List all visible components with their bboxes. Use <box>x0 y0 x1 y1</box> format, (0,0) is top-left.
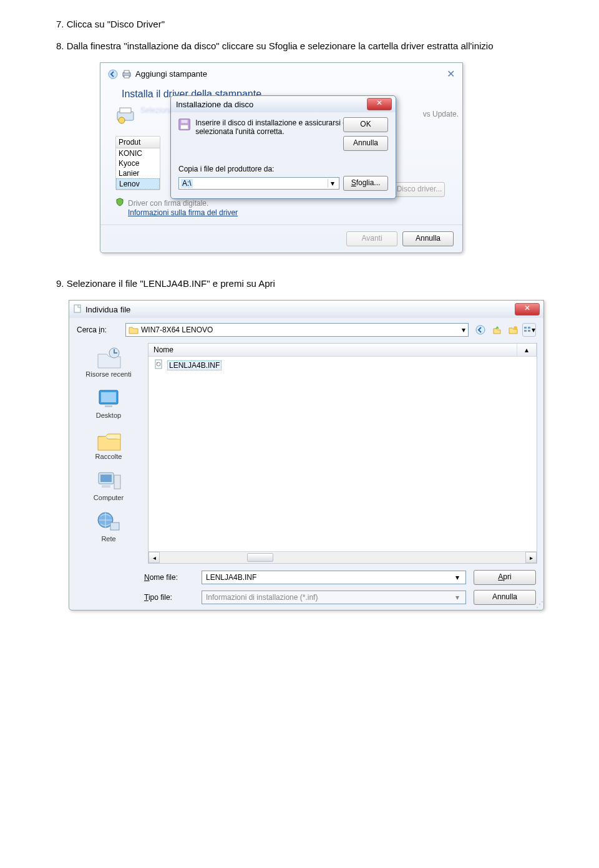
next-button[interactable]: Avanti <box>346 231 397 246</box>
filetype-combo: Informazioni di installazione (*.inf) ▾ <box>202 591 466 604</box>
computer-place[interactable]: Computer <box>72 469 145 501</box>
path-input[interactable]: A:\ ▾ <box>178 177 339 190</box>
libraries-place[interactable]: Raccolte <box>72 428 145 460</box>
svg-rect-3 <box>124 75 129 78</box>
overlay-title: Installazione da disco <box>176 100 253 109</box>
step9-text: 9. Selezionare il file "LENLJA4B.INF" e … <box>56 278 562 289</box>
back-icon[interactable] <box>474 323 487 337</box>
svg-point-11 <box>476 326 485 334</box>
svg-rect-16 <box>528 330 530 332</box>
svg-rect-14 <box>528 327 530 329</box>
up-icon[interactable] <box>490 323 504 337</box>
network-label: Rete <box>101 535 115 542</box>
manufacturer-list[interactable]: Produt KONIC Kyoce Lanier Lenov <box>115 136 160 190</box>
file-browser-dialog: Individua file ✕ Cerca in: Cerca in: WIN… <box>69 300 544 610</box>
list-item[interactable]: Kyoce <box>116 158 160 168</box>
file-name: LENLJA4B.INF <box>167 360 222 370</box>
dropdown-icon: ▾ <box>453 593 462 602</box>
computer-label: Computer <box>94 494 124 501</box>
driver-signing-link[interactable]: Informazioni sulla firma del driver <box>128 208 447 217</box>
svg-rect-15 <box>524 330 527 332</box>
floppy-icon <box>178 118 190 135</box>
folder-name: WIN7-8X64 LENOVO <box>141 326 213 334</box>
desktop-place[interactable]: Desktop <box>72 387 145 419</box>
svg-rect-8 <box>181 120 187 123</box>
svg-rect-5 <box>120 108 131 113</box>
svg-rect-22 <box>100 475 112 482</box>
places-bar: Risorse recenti Desktop Raccolte Compute… <box>69 342 148 565</box>
update-hint: vs Update. <box>423 110 459 118</box>
cancel-button[interactable]: Annulla <box>402 231 454 246</box>
file-icon <box>73 304 82 315</box>
add-printer-dialog: Aggiungi stampante ✕ Installa il driver … <box>100 62 463 253</box>
browse-button[interactable]: SSfoglia...foglia... <box>343 176 388 191</box>
svg-rect-20 <box>105 405 112 407</box>
file-list[interactable]: Nome ▴ LENLJA4B.INF ◂ ▸ <box>148 343 537 564</box>
new-folder-icon[interactable] <box>506 323 520 337</box>
file-dialog-title: Individua file <box>85 305 130 314</box>
list-item[interactable]: Lenov <box>116 178 160 190</box>
svg-point-12 <box>514 326 517 330</box>
dropdown-icon[interactable]: ▾ <box>453 573 462 582</box>
svg-point-0 <box>109 70 117 79</box>
printer-icon <box>122 69 132 79</box>
cancel-button[interactable]: Annulla <box>343 136 388 151</box>
copy-from-label: Copia i file del produttore da: <box>178 165 388 173</box>
shield-icon <box>115 198 124 208</box>
file-row[interactable]: LENLJA4B.INF <box>149 357 537 374</box>
back-arrow-icon[interactable] <box>108 69 118 79</box>
path-value: A:\ <box>181 179 193 188</box>
ok-button[interactable]: OK <box>343 117 388 132</box>
cancel-button[interactable]: Annulla <box>474 590 536 605</box>
sort-icon[interactable]: ▴ <box>517 344 537 356</box>
horizontal-scrollbar[interactable]: ◂ ▸ <box>149 551 537 563</box>
resize-grip-icon[interactable]: ⋰ <box>536 600 542 609</box>
dialog-title: Aggiungi stampante <box>135 69 207 79</box>
network-place[interactable]: Rete <box>72 510 145 542</box>
close-button[interactable]: ✕ <box>367 98 392 110</box>
filetype-label: Tipo file: <box>144 593 194 602</box>
svg-rect-23 <box>114 475 120 489</box>
filename-label: Nome file: <box>144 573 194 582</box>
open-button[interactable]: Apri <box>474 570 536 585</box>
column-name[interactable]: Nome <box>149 344 517 356</box>
disk-driver-button[interactable]: Disco driver... <box>394 182 445 197</box>
dropdown-icon[interactable]: ▾ <box>462 326 465 334</box>
scroll-thumb[interactable] <box>247 553 273 562</box>
signed-text: Driver con firma digitale. <box>128 199 208 208</box>
scroll-left-icon[interactable]: ◂ <box>149 552 160 563</box>
svg-rect-13 <box>524 327 527 329</box>
scroll-right-icon[interactable]: ▸ <box>525 552 537 563</box>
step7-text: 7. Clicca su "Disco Driver" <box>56 19 562 29</box>
svg-rect-26 <box>110 523 119 530</box>
install-from-disk-dialog: Installazione da disco ✕ Inserire il dis… <box>170 95 396 199</box>
svg-rect-19 <box>101 392 116 402</box>
inf-file-icon <box>153 359 163 371</box>
list-header: Produt <box>116 137 160 148</box>
folder-combo[interactable]: WIN7-8X64 LENOVO ▾ <box>125 323 469 337</box>
desktop-label: Desktop <box>96 412 121 419</box>
libraries-label: Raccolte <box>95 453 122 460</box>
dropdown-icon[interactable]: ▾ <box>328 179 337 188</box>
printer-large-icon <box>115 106 135 125</box>
svg-point-6 <box>119 117 125 123</box>
svg-rect-2 <box>124 70 129 73</box>
folder-icon <box>129 326 139 334</box>
filename-value: LENLJA4B.INF <box>206 573 256 582</box>
svg-point-29 <box>157 362 158 364</box>
close-button[interactable]: ✕ <box>515 303 540 316</box>
recent-places[interactable]: Risorse recenti <box>72 345 145 378</box>
filename-input[interactable]: LENLJA4B.INF ▾ <box>202 571 466 584</box>
list-item[interactable]: KONIC <box>116 148 160 158</box>
svg-rect-24 <box>102 485 110 488</box>
recent-label: Risorse recenti <box>85 370 131 378</box>
view-menu-icon[interactable]: ▾ <box>522 323 536 337</box>
svg-rect-10 <box>74 305 80 312</box>
filetype-value: Informazioni di installazione (*.inf) <box>206 593 318 602</box>
list-item[interactable]: Lanier <box>116 168 160 178</box>
step8-text: 8. Dalla finestra "installazione da disc… <box>56 41 562 51</box>
close-icon[interactable]: ✕ <box>447 68 455 80</box>
look-in-label: Cerca in: <box>77 326 120 334</box>
svg-rect-9 <box>181 125 188 129</box>
